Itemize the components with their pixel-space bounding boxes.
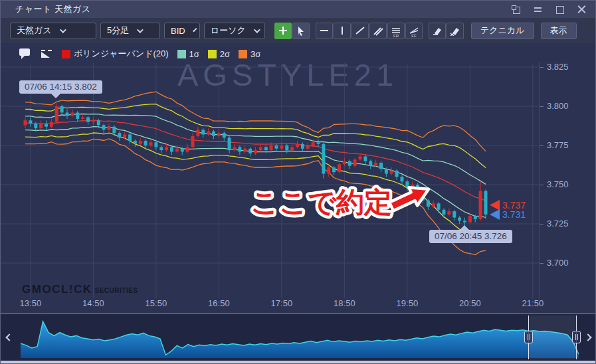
symbol-value: 天然ガス [17, 25, 52, 37]
fibonacci-retracement-tool-button[interactable]: FR [387, 23, 405, 39]
price-side-value: BID [171, 26, 185, 36]
plus-icon [278, 25, 288, 36]
erase-all-icon [450, 25, 460, 36]
parallel-lines-tool-button[interactable] [369, 23, 387, 39]
chart-window: チャート 天然ガス 天然ガス 5分足 BID ローソク [0, 0, 596, 364]
trend-line-tool-button[interactable] [351, 23, 369, 39]
sigma3-swatch [239, 50, 247, 58]
broker-logo-brand: GMOCL!CK [22, 283, 92, 296]
legend-item-1sigma[interactable]: 1σ [177, 49, 199, 59]
range-handle-left[interactable] [524, 316, 534, 359]
navigator-panel [1, 313, 596, 361]
time-axis[interactable]: 13:5014:5015:5016:5017:5018:5019:5020:50… [1, 298, 540, 312]
fibonacci-fan-icon [409, 27, 419, 34]
broker-logo-suffix: SECURITIES [94, 287, 138, 294]
y-axis-label: 3.725 [547, 219, 569, 228]
maximize-icon[interactable] [555, 5, 564, 14]
popout-icon[interactable] [512, 5, 520, 14]
erase-all-tool-button[interactable] [447, 23, 464, 39]
trend-line-icon [355, 25, 365, 36]
gridlines [1, 62, 540, 298]
x-axis-label: 13:50 [16, 298, 45, 308]
horizontal-line-icon [319, 25, 330, 36]
x-axis-label: 21:50 [518, 298, 547, 308]
y-axis-label: 3.800 [547, 101, 569, 111]
price-side-dropdown[interactable]: BID [164, 23, 200, 39]
fibonacci-retracement-icon [391, 27, 401, 34]
timeframe-value: 5分足 [107, 25, 129, 37]
eraser-icon [432, 25, 443, 36]
window-controls [512, 5, 586, 14]
ff-label: FF [406, 34, 422, 38]
vertical-line-icon [337, 25, 348, 36]
close-icon[interactable] [577, 5, 586, 14]
chart-region: AGSTYLE21 ボリンジャーバンド(20) 1σ 2σ 3σ 3.7373.… [1, 43, 596, 313]
timeframe-dropdown[interactable]: 5分足 [100, 23, 160, 39]
legend-item-2sigma[interactable]: 2σ [208, 49, 230, 59]
chart-type-dropdown[interactable]: ローソク [204, 23, 265, 39]
technical-button[interactable]: テクニカル [471, 23, 534, 39]
x-axis-label: 18:50 [330, 298, 359, 308]
drawing-settings-icon[interactable] [41, 48, 53, 60]
chevron-down-icon [60, 27, 66, 33]
chevron-down-icon [137, 27, 144, 33]
cursor-tool-button[interactable] [292, 23, 310, 39]
horizontal-line-tool-button[interactable] [316, 23, 333, 39]
navigator-area [21, 321, 579, 358]
bollinger-swatch [62, 50, 70, 58]
grip-icon [572, 331, 581, 343]
selected-range [529, 316, 576, 359]
sigma2-swatch [208, 50, 217, 58]
y-axis-label: 3.775 [547, 140, 569, 150]
bollinger-bands [25, 92, 486, 254]
fr-label: FR [388, 34, 404, 38]
display-button[interactable]: 表示 [541, 23, 577, 39]
chevron-down-icon [193, 27, 197, 31]
parallel-lines-icon [373, 25, 383, 36]
eraser-tool-button[interactable] [429, 23, 446, 39]
trade-note-arrow-icon [387, 180, 433, 215]
symbol-dropdown[interactable]: 天然ガス [10, 23, 96, 39]
chevron-left-icon [5, 333, 13, 341]
x-axis-label: 14:50 [78, 298, 108, 308]
trade-note-text: ここで約定 [250, 187, 392, 218]
chart-type-value: ローソク [211, 25, 246, 37]
x-axis-label: 19:50 [393, 298, 422, 308]
price-axis[interactable]: 3.8253.8003.7753.7503.7253.700 [540, 43, 596, 313]
navigator-area-chart[interactable] [21, 316, 579, 359]
comment-icon[interactable] [19, 48, 32, 60]
price-marker-label: 3.731 [502, 209, 526, 220]
x-axis-label: 15:50 [142, 298, 171, 308]
x-axis-label: 20:50 [455, 298, 484, 308]
price-callout-low: 07/06 20:45 3.726 [429, 230, 512, 243]
window-title: チャート 天然ガス [15, 3, 91, 15]
scroll-right-button[interactable] [579, 314, 596, 361]
toolbar: 天然ガス 5分足 BID ローソク [1, 18, 595, 43]
y-axis-label: 3.825 [547, 62, 569, 72]
trade-note-annotation: ここで約定 [250, 180, 433, 218]
indicator-legend: ボリンジャーバンド(20) 1σ 2σ 3σ [19, 46, 260, 62]
grip-icon [524, 331, 533, 343]
price-markers: 3.7373.731 [490, 200, 526, 220]
y-axis-label: 3.700 [547, 258, 569, 268]
x-axis-label: 16:50 [204, 298, 233, 308]
cursor-arrow-icon [296, 26, 306, 36]
chevron-down-icon [254, 27, 260, 33]
price-callout-high: 07/06 14:15 3.802 [19, 80, 102, 94]
crosshair-tool-button[interactable] [274, 23, 292, 39]
sigma1-swatch [177, 50, 186, 58]
legend-item-3sigma[interactable]: 3σ [239, 49, 260, 59]
fibonacci-fan-tool-button[interactable]: FF [405, 23, 423, 39]
legend-item-bollinger[interactable]: ボリンジャーバンド(20) [62, 48, 169, 60]
vertical-line-tool-button[interactable] [334, 23, 351, 39]
horizontal-scrollbar[interactable] [1, 361, 596, 364]
range-handle-right[interactable] [572, 316, 581, 359]
y-axis-label: 3.750 [547, 179, 569, 189]
broker-logo: GMOCL!CK SECURITIES [22, 283, 138, 296]
title-bar[interactable]: チャート 天然ガス [1, 1, 595, 18]
chevron-right-icon [584, 333, 591, 341]
minimize-icon[interactable] [534, 5, 542, 14]
scroll-left-button[interactable] [1, 314, 18, 361]
x-axis-label: 17:50 [267, 298, 296, 308]
